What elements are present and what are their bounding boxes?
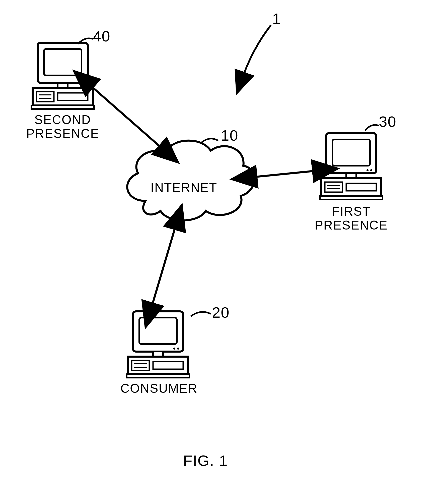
figure-1-diagram: 1 INTERNET 10 SECOND PRESENCE 40 — [0, 0, 435, 504]
figure-caption: FIG. 1 — [183, 452, 228, 469]
svg-line-34 — [253, 171, 316, 177]
svg-line-35 — [152, 226, 176, 306]
connectors — [0, 0, 435, 504]
svg-line-33 — [90, 85, 162, 148]
